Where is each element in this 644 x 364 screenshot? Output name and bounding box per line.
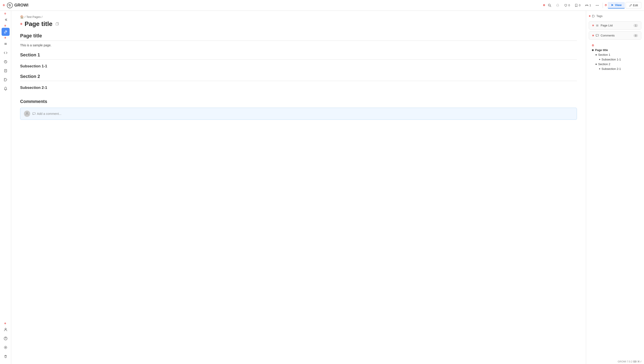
sidebar-notifications-button[interactable] bbox=[2, 85, 10, 93]
sidebar-top: ① ② ③ bbox=[2, 13, 10, 321]
toc-label-subsection2-1: Subsection 2-1 bbox=[602, 67, 621, 71]
search-button[interactable] bbox=[546, 2, 553, 9]
copy-icon bbox=[56, 22, 59, 26]
sidebar: ① ② ③ bbox=[0, 11, 11, 364]
svg-point-26 bbox=[593, 16, 593, 16]
badge-8: ⑧ bbox=[589, 15, 590, 17]
badge-9: ⑨ bbox=[592, 24, 594, 27]
comment-avatar bbox=[24, 111, 30, 117]
toc-dot-1 bbox=[592, 49, 594, 51]
chevrons-left-icon bbox=[4, 18, 8, 22]
toc-item-page-title[interactable]: Page title bbox=[592, 48, 638, 52]
comments-panel-header[interactable]: ⑩ Comments 0 bbox=[589, 32, 641, 39]
sidebar-settings-button[interactable] bbox=[2, 343, 10, 351]
article-subsection2-1: Subsection 2-1 bbox=[20, 86, 577, 90]
svg-rect-15 bbox=[4, 69, 7, 72]
bookmarks-button[interactable]: 0 bbox=[573, 2, 582, 9]
page-list-label: Page List bbox=[600, 24, 613, 27]
svg-rect-23 bbox=[56, 23, 58, 25]
sidebar-history-button[interactable] bbox=[2, 58, 10, 66]
view-button[interactable]: View bbox=[608, 2, 624, 9]
watchers-count: 1 bbox=[590, 4, 591, 7]
toc-dot-4 bbox=[596, 64, 597, 65]
table-of-contents: ⑪ Page title Section 1 Subsection 1-1 Se… bbox=[589, 41, 641, 75]
gear-icon bbox=[4, 345, 8, 349]
page-list-badge: 1 bbox=[634, 24, 638, 27]
notifications-button[interactable] bbox=[554, 2, 561, 9]
topbar: ① GROWI ⑥ bbox=[0, 0, 644, 11]
tag-right-icon bbox=[592, 15, 595, 18]
article-intro: This is a sample page. bbox=[20, 43, 577, 47]
badge-11: ⑪ bbox=[592, 44, 638, 47]
bell-icon bbox=[556, 4, 560, 7]
breadcrumb-test-pages[interactable]: Test Pages bbox=[26, 15, 41, 19]
page-content: 🏠 / Test Pages / ⑤ Page title Page title bbox=[11, 11, 586, 364]
list-icon bbox=[4, 42, 8, 46]
sidebar-bottom: ④ bbox=[2, 322, 10, 362]
sidebar-edit-button[interactable] bbox=[2, 28, 10, 36]
breadcrumb: 🏠 / Test Pages / bbox=[20, 15, 577, 19]
sidebar-collapse-button[interactable] bbox=[2, 16, 10, 24]
sidebar-toc-button[interactable] bbox=[2, 40, 10, 48]
topbar-left: ① GROWI bbox=[3, 2, 543, 9]
toc-item-subsection1-1[interactable]: Subsection 1-1 bbox=[592, 58, 638, 61]
toc-dot-2 bbox=[596, 54, 597, 56]
sidebar-help-button[interactable] bbox=[2, 334, 10, 342]
list-header-icon bbox=[596, 24, 599, 27]
user-avatar-icon bbox=[25, 112, 29, 115]
svg-point-9 bbox=[598, 5, 599, 6]
page-list-header[interactable]: ⑨ Page List 1 bbox=[589, 22, 641, 29]
watchers-icon bbox=[585, 4, 588, 7]
copy-path-button[interactable] bbox=[54, 22, 60, 27]
article-section2: Section 2 bbox=[20, 74, 577, 81]
search-icon bbox=[548, 4, 552, 7]
edit-label: Edit bbox=[633, 4, 638, 7]
watchers-button[interactable]: 1 bbox=[583, 2, 593, 9]
app-logo[interactable]: GROWI bbox=[7, 2, 28, 9]
content-area: 🏠 / Test Pages / ⑤ Page title Page title bbox=[11, 11, 644, 364]
sidebar-tags-button[interactable] bbox=[2, 76, 10, 84]
comments-heading: Commments bbox=[20, 99, 577, 104]
toc-item-section2[interactable]: Section 2 bbox=[592, 62, 638, 66]
svg-point-7 bbox=[596, 5, 596, 6]
comments-section: Commments Add a comment... bbox=[20, 99, 577, 120]
more-button[interactable] bbox=[594, 2, 601, 9]
sidebar-code-button[interactable] bbox=[2, 49, 10, 57]
edit-button[interactable]: Edit bbox=[626, 2, 641, 9]
badge-6: ⑥ bbox=[543, 4, 545, 7]
page-title: Page title bbox=[24, 20, 52, 28]
toc-item-subsection2-1[interactable]: Subsection 2-1 bbox=[592, 67, 638, 71]
comment-input-text: Add a comment... bbox=[32, 112, 62, 115]
edit-icon bbox=[629, 4, 632, 7]
view-label: View bbox=[615, 3, 622, 7]
app-name: GROWI bbox=[14, 3, 28, 8]
comment-icon bbox=[32, 112, 36, 115]
toc-item-section1[interactable]: Section 1 bbox=[592, 53, 638, 56]
main-layout: ① ② ③ bbox=[0, 11, 644, 364]
likes-button[interactable]: 0 bbox=[562, 2, 572, 9]
svg-point-18 bbox=[4, 79, 5, 79]
comment-input-area[interactable]: Add a comment... bbox=[20, 108, 577, 120]
sidebar-bookmarks-button[interactable] bbox=[2, 67, 10, 75]
keyboard-icon: ⌨ ⌘-/ bbox=[633, 360, 641, 363]
sidebar-trash-button[interactable] bbox=[2, 352, 10, 360]
article: Page title This is a sample page. Sectio… bbox=[20, 33, 577, 90]
tags-row: ⑧ Tags bbox=[589, 14, 641, 18]
sidebar-user-button[interactable] bbox=[2, 325, 10, 333]
toc-label-subsection1-1: Subsection 1-1 bbox=[602, 58, 621, 61]
heart-icon bbox=[564, 4, 568, 7]
help-icon bbox=[4, 336, 8, 340]
svg-point-19 bbox=[5, 328, 6, 329]
breadcrumb-home-icon[interactable]: 🏠 bbox=[20, 15, 24, 19]
article-section1: Section 1 bbox=[20, 52, 577, 60]
page-title-row: ⑤ Page title bbox=[20, 20, 577, 28]
badge-4: ④ bbox=[4, 322, 6, 325]
breadcrumb-sep1: / bbox=[24, 15, 26, 19]
bookmarks-count: 0 bbox=[579, 4, 580, 7]
toc-label-section2: Section 2 bbox=[598, 62, 610, 66]
badge-5: ⑤ bbox=[20, 23, 22, 26]
comments-panel-label: Comments bbox=[600, 34, 615, 37]
bookmark-icon bbox=[574, 4, 578, 7]
comments-panel-section: ⑩ Comments 0 bbox=[589, 31, 641, 40]
svg-point-1 bbox=[10, 5, 10, 6]
